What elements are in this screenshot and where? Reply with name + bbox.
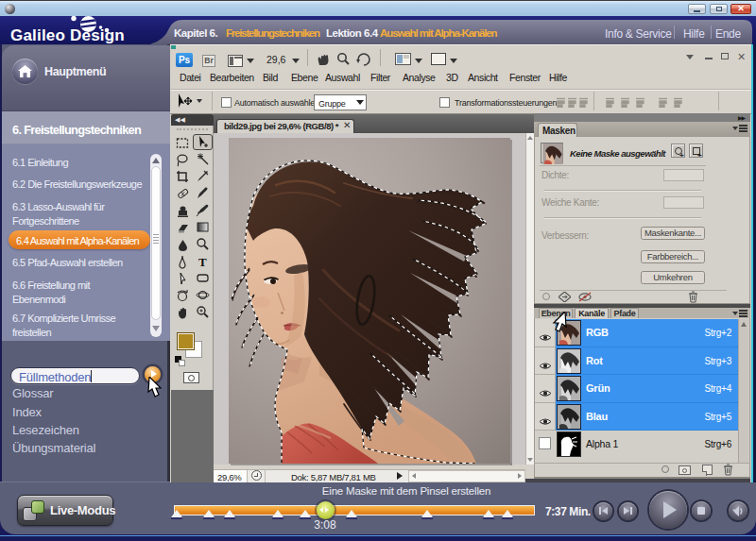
svg-text:T: T (198, 255, 207, 268)
